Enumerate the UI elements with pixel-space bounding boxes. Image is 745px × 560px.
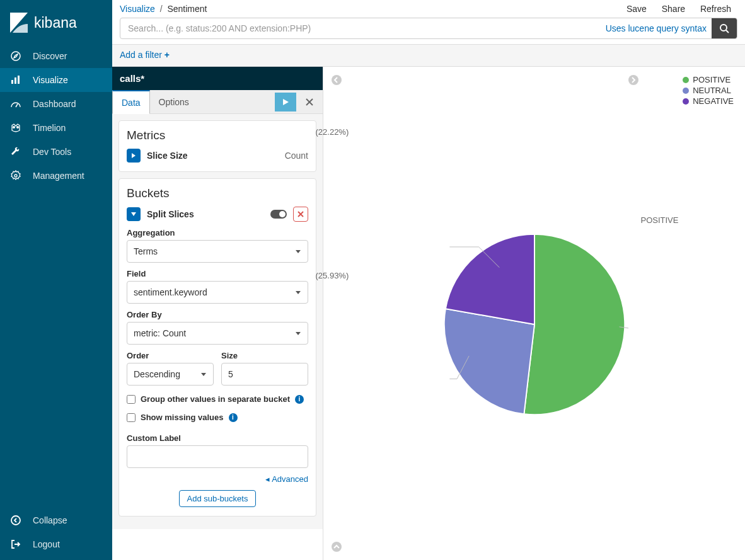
sidebar-item-logout[interactable]: Logout [0, 532, 112, 556]
svg-point-7 [11, 516, 20, 525]
owl-icon [10, 122, 21, 134]
custom-label-input[interactable] [127, 445, 308, 468]
svg-point-14 [332, 75, 342, 85]
apply-changes-button[interactable] [275, 93, 296, 111]
group-other-checkbox[interactable] [127, 395, 136, 404]
legend-item-positive[interactable]: POSITIVE [683, 74, 734, 85]
scroll-top-button[interactable] [331, 541, 342, 552]
search-input[interactable] [120, 23, 606, 33]
sidebar-item-timelion[interactable]: Timelion [0, 116, 112, 140]
field-select[interactable] [127, 281, 308, 304]
bar-chart-icon [10, 74, 21, 86]
share-button[interactable]: Share [655, 4, 691, 14]
info-icon[interactable]: i [229, 413, 238, 422]
metrics-title: Metrics [127, 129, 308, 142]
buckets-panel: Buckets Split Slices Ag [118, 178, 316, 517]
group-other-label: Group other values in separate bucket [141, 394, 290, 404]
field-label: Field [127, 269, 308, 278]
sidebar-item-label: Dev Tools [33, 147, 71, 157]
brand-label: kibana [34, 14, 77, 31]
breadcrumb-current: Sentiment [167, 4, 207, 14]
tab-data[interactable]: Data [112, 90, 150, 114]
sidebar-item-label: Collapse [33, 515, 67, 525]
bucket-toggle-button[interactable] [127, 207, 141, 221]
index-pattern-title: calls* [112, 67, 323, 90]
gauge-icon [10, 98, 21, 110]
breadcrumb-root[interactable]: Visualize [120, 4, 155, 14]
sidebar-item-label: Discover [33, 51, 67, 61]
caret-down-icon [130, 211, 137, 217]
logout-icon [10, 539, 21, 550]
legend-dot [683, 77, 689, 83]
slice-label-positive: POSITIVE [641, 215, 679, 225]
save-button[interactable]: Save [620, 4, 653, 14]
logo-area: kibana [0, 0, 112, 44]
sidebar-item-dashboard[interactable]: Dashboard [0, 92, 112, 116]
legend-dot [683, 88, 689, 94]
legend-dot [683, 98, 689, 105]
sidebar-item-label: Timelion [33, 123, 66, 133]
gear-icon [10, 170, 21, 181]
sidebar-item-label: Visualize [33, 75, 68, 85]
metric-toggle-button[interactable] [127, 149, 141, 163]
show-missing-label: Show missing values [141, 413, 224, 422]
svg-point-5 [13, 126, 15, 129]
sidebar-item-discover[interactable]: Discover [0, 44, 112, 68]
kibana-logo-icon [10, 13, 28, 33]
tab-options[interactable]: Options [150, 90, 198, 114]
metric-name: Slice Size [147, 151, 188, 161]
size-input[interactable] [221, 363, 308, 386]
search-button[interactable] [712, 18, 737, 39]
svg-rect-1 [11, 80, 13, 84]
refresh-button[interactable]: Refresh [694, 4, 737, 14]
chevron-right-circle-icon [628, 74, 639, 86]
show-missing-checkbox[interactable] [127, 413, 136, 422]
svg-line-9 [726, 30, 729, 33]
chevron-up-circle-icon [331, 541, 342, 552]
advanced-toggle[interactable]: ◂ Advanced [127, 474, 308, 484]
sidebar: kibana Discover Visualize Dashboard Time… [0, 0, 112, 560]
sidebar-item-management[interactable]: Management [0, 164, 112, 188]
discard-changes-button[interactable] [300, 93, 319, 111]
metrics-panel: Metrics Slice Size Count [118, 120, 316, 172]
compass-icon [10, 50, 21, 62]
play-icon [282, 98, 289, 106]
legend-item-negative[interactable]: NEGATIVE [683, 96, 734, 106]
svg-point-15 [628, 75, 638, 85]
svg-point-6 [16, 126, 19, 129]
slice-label-neutral: (25.93%) [316, 271, 349, 280]
collapse-legend-button[interactable] [628, 74, 639, 86]
sidebar-item-visualize[interactable]: Visualize [0, 68, 112, 92]
pie-chart: (22.22%) (25.93%) POSITIVE [441, 231, 628, 418]
close-icon [297, 211, 304, 217]
collapse-editor-button[interactable] [331, 74, 342, 86]
legend-item-neutral[interactable]: NEUTRAL [683, 85, 734, 96]
sidebar-item-label: Management [33, 171, 84, 181]
sidebar-item-label: Logout [33, 539, 60, 549]
custom-label-label: Custom Label [127, 433, 308, 443]
slice-label-negative: (22.22%) [316, 127, 349, 137]
delete-agg-button[interactable] [293, 207, 308, 222]
sidebar-item-collapse[interactable]: Collapse [0, 508, 112, 532]
add-sub-buckets-button[interactable]: Add sub-buckets [179, 490, 257, 507]
sidebar-item-devtools[interactable]: Dev Tools [0, 140, 112, 164]
buckets-title: Buckets [127, 186, 308, 200]
search-bar: Uses lucene query syntax [120, 18, 737, 39]
aggregation-select[interactable] [127, 240, 308, 263]
order-label: Order [127, 351, 214, 360]
caret-right-icon [130, 152, 137, 159]
breadcrumb-separator: / [158, 4, 165, 14]
wrench-icon [10, 146, 21, 157]
order-select[interactable] [127, 363, 214, 386]
lucene-hint-link[interactable]: Uses lucene query syntax [606, 23, 712, 33]
sidebar-item-label: Dashboard [33, 99, 76, 109]
info-icon[interactable]: i [295, 395, 304, 404]
orderby-label: Order By [127, 310, 308, 319]
svg-point-8 [720, 25, 727, 31]
visualization-area: POSITIVE NEUTRAL NEGATIVE (22.22%) (25.9… [323, 67, 745, 560]
enable-agg-toggle[interactable] [270, 210, 287, 219]
add-filter-button[interactable]: Add a filter + [120, 50, 170, 60]
svg-rect-3 [18, 76, 20, 84]
orderby-select[interactable] [127, 322, 308, 345]
bucket-name: Split Slices [147, 209, 194, 219]
